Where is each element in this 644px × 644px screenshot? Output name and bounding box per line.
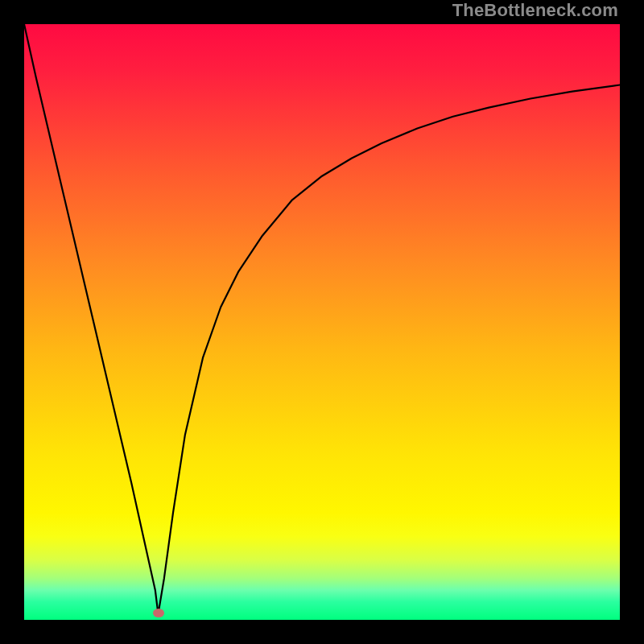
curve-svg <box>24 24 620 620</box>
plot-area <box>24 24 620 620</box>
bottleneck-curve <box>24 24 620 614</box>
watermark-text: TheBottleneck.com <box>452 0 618 21</box>
chart-marker <box>153 609 164 617</box>
chart-frame: TheBottleneck.com <box>0 0 644 644</box>
